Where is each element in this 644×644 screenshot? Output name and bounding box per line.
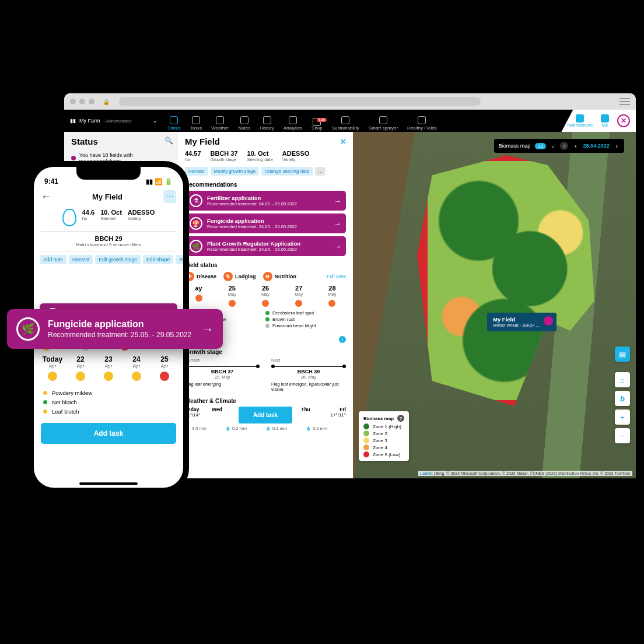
more-icon[interactable]: ⋯ — [163, 190, 176, 203]
callout-fungicide[interactable]: 🌿 Fungicide applicationRecommended treat… — [7, 309, 223, 349]
fertilizer-icon: ⚗ — [190, 194, 202, 207]
sprayer-icon — [379, 116, 387, 124]
rain-value: 💧0.1 mm — [265, 426, 306, 431]
reco-fertilizer[interactable]: ⚗Fertilizer applicationRecommended treat… — [185, 191, 346, 211]
window-dot[interactable] — [70, 99, 76, 104]
arrow-right-icon: → — [202, 323, 214, 336]
layers-icon[interactable]: ▤ — [615, 346, 630, 362]
nav-healthy-fields[interactable]: Healthy Fields — [403, 114, 441, 132]
status-day[interactable]: 27May — [285, 285, 313, 307]
chip-harvest[interactable]: Harvest — [185, 167, 208, 176]
rain-value: 💧3.2 mm — [306, 426, 346, 431]
shop-badge: 140 — [317, 118, 327, 122]
hamburger-icon[interactable] — [620, 98, 630, 105]
map-legend: Biomass map? Zone 1 (High)Zone 2Zone 3Zo… — [359, 411, 409, 461]
rain-row: 💧3.5 mm💧0.2 mm💧0.1 mm💧3.2 mm — [185, 426, 346, 431]
pgr-icon: 🌿 — [190, 240, 202, 253]
phone-status-day[interactable]: 25Apr — [150, 355, 178, 381]
reco-pgr[interactable]: 🌿Plant Growth Regulator ApplicationRecom… — [185, 236, 346, 256]
nav-history[interactable]: History — [256, 114, 278, 132]
nav-smart-sprayer[interactable]: Smart sprayer — [365, 114, 402, 132]
address-bar[interactable] — [119, 97, 481, 106]
status-day[interactable]: ay — [185, 285, 212, 307]
crop-icon — [62, 209, 76, 226]
zoom-out-icon[interactable]: − — [615, 428, 630, 443]
tasks-icon — [192, 116, 200, 124]
back-icon[interactable]: ← — [41, 191, 51, 203]
chip-add-note[interactable]: Add note — [40, 255, 66, 264]
status-day[interactable]: 25May — [218, 285, 246, 307]
chip-edit-shape[interactable]: Edit shape — [143, 255, 173, 264]
chevron-down-icon: ⌄ — [551, 143, 555, 149]
field-status-heading: Field status — [185, 262, 346, 268]
info-icon[interactable]: i — [339, 336, 346, 343]
tab-disease[interactable]: ✚Disease — [185, 272, 216, 281]
chip-modify-growth[interactable]: Modify growth stage — [211, 167, 260, 176]
phone-status-day[interactable]: 22Apr — [66, 355, 94, 381]
nav-sustainability[interactable]: Sustainability — [328, 114, 363, 132]
chip-more[interactable]: … — [315, 167, 326, 176]
status-day[interactable]: 28May — [318, 285, 346, 307]
map-attribution: Leaflet | Bing, © 2022 Microsoft Corpora… — [418, 471, 632, 476]
search-icon[interactable]: 🔍 — [164, 136, 173, 145]
chip-more-cut[interactable]: R… — [176, 255, 183, 264]
nav-status[interactable]: Status — [163, 114, 185, 132]
full-view-link[interactable]: Full view — [327, 274, 346, 279]
phone-status-day[interactable]: TodayApr — [38, 355, 66, 381]
help-icon[interactable]: ? — [560, 142, 568, 150]
zoom-in-icon[interactable]: + — [615, 410, 630, 425]
bing-icon[interactable]: b — [615, 391, 630, 406]
weather-icon — [216, 116, 224, 124]
history-icon — [263, 116, 271, 124]
chip-edit-growth-stage[interactable]: Edit growth stage — [95, 255, 141, 264]
callout-title: Fungicide application — [48, 319, 191, 330]
nav-tasks[interactable]: Tasks — [186, 114, 206, 132]
home-icon[interactable]: ⌂ — [615, 372, 630, 387]
phone-status-day[interactable]: 23Apr — [94, 355, 123, 381]
status-day[interactable]: 26May — [251, 285, 279, 307]
healthy-fields-icon — [418, 116, 426, 124]
home-indicator[interactable] — [79, 482, 138, 485]
notifications-button[interactable]: Notifications — [567, 114, 593, 128]
farm-selector[interactable]: ▮▮ My Farm - Administrator ⌄ — [64, 118, 163, 124]
rain-value: 💧0.2 mm — [225, 426, 265, 431]
chip-harvest[interactable]: Harvest — [69, 255, 93, 264]
phone-status-day[interactable]: 24Apr — [123, 355, 150, 381]
brand-logo[interactable]: ✕ — [617, 114, 630, 127]
phone-legend-item: Powdery mildew — [43, 390, 174, 396]
tab-lodging[interactable]: ↯Lodging — [223, 272, 256, 281]
nutrition-icon: N — [263, 272, 272, 281]
map-date[interactable]: 28.04.2022 — [583, 143, 610, 149]
phone-time: 9:41 — [44, 177, 58, 186]
arrow-right-icon: → — [334, 197, 341, 205]
nav-weather[interactable]: Weather — [207, 114, 233, 132]
phone-status-days: TodayApr22Apr23Apr24Apr25Apr — [34, 352, 183, 384]
reco-fungicide[interactable]: 🍄Fungicide applicationRecommended treatm… — [185, 214, 346, 233]
close-icon[interactable]: × — [341, 136, 346, 147]
map-field-label[interactable]: My Field Winter wheat - BBCH … — [487, 313, 556, 331]
lock-icon: 🔒 — [103, 99, 110, 105]
nav-notes[interactable]: Notes — [234, 114, 254, 132]
window-dot[interactable] — [79, 99, 85, 104]
info-icon[interactable]: ? — [397, 415, 404, 422]
tab-nutrition[interactable]: NNutrition — [263, 272, 297, 281]
farm-name: My Farm — [79, 118, 100, 124]
window-dot[interactable] — [89, 99, 94, 104]
phone-bbch-box: BBCH 29 Main shoot and 9 or more tillers — [41, 231, 176, 251]
nav-analytics[interactable]: Analytics — [279, 114, 306, 132]
chip-change-seeding[interactable]: Change seeding date — [261, 167, 313, 176]
phone-add-task-button[interactable]: Add task — [41, 423, 176, 444]
add-task-button[interactable]: Add task — [239, 407, 292, 424]
map-layer-selector[interactable]: Biomass map 13 ⌄ ? ‹ 28.04.2022 › — [494, 139, 624, 153]
date-prev-icon[interactable]: ‹ — [573, 143, 578, 149]
action-chips: Harvest Modify growth stage Change seedi… — [185, 167, 346, 176]
map[interactable]: My Field Winter wheat - BBCH … Biomass m… — [353, 132, 636, 478]
phone-notch — [76, 167, 141, 180]
date-next-icon[interactable]: › — [614, 143, 620, 149]
field-detail-column: × My Field 44.57ha BBCH 37Growth stage 1… — [178, 132, 353, 478]
nav-shop[interactable]: 140Shop — [307, 116, 327, 132]
status-heading: Status — [71, 136, 173, 146]
me-button[interactable]: Me — [601, 114, 609, 128]
analytics-icon — [289, 116, 297, 124]
status-dot-icon — [71, 156, 76, 160]
